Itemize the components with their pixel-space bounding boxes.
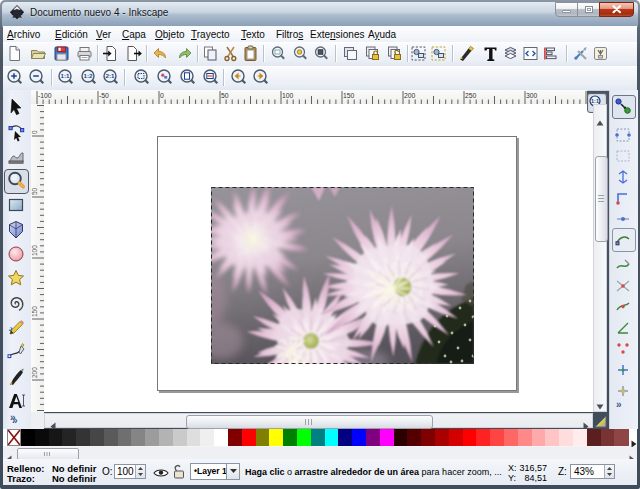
svg-text:-100: -100 [38,92,52,99]
svg-text:100: 100 [31,245,38,256]
svg-text:1:2: 1:2 [84,72,94,79]
svg-text:1:1: 1:1 [61,72,71,79]
svg-text:2:1: 2:1 [106,72,116,79]
svg-text:200: 200 [404,92,416,99]
svg-text:50: 50 [221,92,229,99]
svg-text:0: 0 [31,130,38,134]
svg-text:50: 50 [31,187,38,195]
svg-text:200: 200 [31,367,38,378]
svg-text:300: 300 [526,92,538,99]
svg-text:150: 150 [343,92,355,99]
svg-text:150: 150 [31,306,38,317]
svg-text:250: 250 [465,92,477,99]
svg-text:100: 100 [282,92,294,99]
svg-text:0: 0 [160,92,164,99]
svg-text:-50: -50 [99,92,109,99]
